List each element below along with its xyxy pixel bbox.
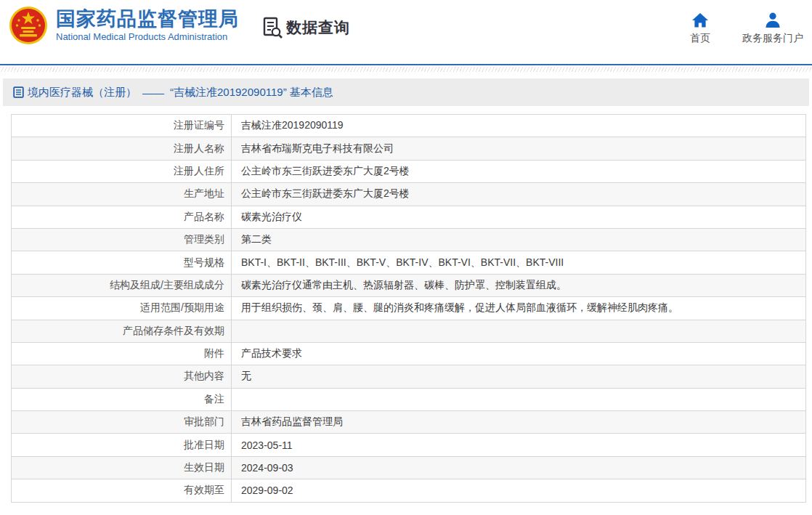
- info-table-body: 注册证编号 吉械注准20192090119 注册人名称 吉林省布瑞斯克电子科技有…: [12, 115, 806, 503]
- row-value: 2023-05-11: [232, 434, 806, 456]
- row-value: 吉械注准20192090119: [232, 115, 806, 137]
- registration-info-table-wrap: 注册证编号 吉械注准20192090119 注册人名称 吉林省布瑞斯克电子科技有…: [11, 114, 806, 503]
- table-row: 注册证编号 吉械注准20192090119: [12, 115, 806, 137]
- header-nav: 首页 政务服务门户: [690, 12, 803, 45]
- table-row: 注册人住所 公主岭市东三街跃进委东广大厦2号楼: [12, 160, 806, 182]
- table-row: 产品储存条件及有效期: [12, 320, 806, 342]
- row-label: 有效期至: [12, 479, 232, 502]
- row-label: 管理类别: [12, 228, 232, 251]
- row-value: [232, 388, 806, 410]
- table-row: 生效日期 2024-09-03: [12, 456, 806, 479]
- row-label: 其他内容: [12, 365, 232, 388]
- table-row: 备注: [12, 388, 806, 410]
- table-row: 产品名称 碳素光治疗仪: [12, 206, 806, 228]
- document-search-icon: [261, 16, 283, 39]
- site-subtitle: National Medical Products Administration: [56, 31, 239, 43]
- site-title-block: 国家药品监督管理局 National Medical Products Admi…: [56, 8, 239, 43]
- row-value: 用于组织损伤、颈、肩、腰、腿的消炎和疼痛缓解，促进人体局部血液循环，缓解神经肌肉…: [232, 297, 806, 320]
- table-row: 审批部门 吉林省药品监督管理局: [12, 411, 806, 434]
- header-divider: [0, 64, 812, 65]
- person-icon: [764, 12, 781, 29]
- row-value: 无: [232, 365, 806, 388]
- nav-label-home: 首页: [690, 32, 710, 45]
- national-emblem-icon: [9, 6, 48, 45]
- row-label: 适用范围/预期用途: [12, 297, 232, 320]
- row-label: 生效日期: [12, 456, 232, 479]
- row-value: BKT-I、BKT-II、BKT-III、BKT-V、BKT-IV、BKT-VI…: [232, 251, 806, 274]
- home-icon: [691, 12, 709, 29]
- breadcrumb-category: 境内医疗器械（注册）: [28, 86, 137, 100]
- row-value: 产品技术要求: [232, 342, 806, 365]
- row-value: 2029-09-02: [232, 479, 806, 502]
- table-row: 附件 产品技术要求: [12, 342, 806, 365]
- breadcrumb-separator: ——: [142, 86, 164, 99]
- row-label: 注册人住所: [12, 160, 232, 182]
- row-label: 注册人名称: [12, 137, 232, 160]
- row-label: 批准日期: [12, 434, 232, 456]
- data-query-label: 数据查询: [286, 17, 350, 38]
- document-list-icon: [13, 86, 24, 98]
- row-label: 生产地址: [12, 183, 232, 206]
- nmpa-logo-link[interactable]: 国家药品监督管理局 National Medical Products Admi…: [9, 6, 239, 45]
- row-value: [232, 320, 806, 342]
- nav-label-portal: 政务服务门户: [742, 32, 803, 45]
- row-label: 产品储存条件及有效期: [12, 320, 232, 342]
- breadcrumb: 境内医疗器械（注册） —— “吉械注准20192090119” 基本信息: [3, 78, 809, 106]
- row-value: 碳素光治疗仪通常由主机、热源辐射器、碳棒、防护罩、控制装置组成。: [232, 274, 806, 296]
- table-row: 生产地址 公主岭市东三街跃进委东广大厦2号楼: [12, 183, 806, 206]
- row-value: 吉林省布瑞斯克电子科技有限公司: [232, 137, 806, 160]
- page-title: “吉械注准20192090119” 基本信息: [170, 86, 333, 100]
- table-row: 结构及组成/主要组成成分 碳素光治疗仪通常由主机、热源辐射器、碳棒、防护罩、控制…: [12, 274, 806, 296]
- table-row: 型号规格 BKT-I、BKT-II、BKT-III、BKT-V、BKT-IV、B…: [12, 251, 806, 274]
- registration-info-table: 注册证编号 吉械注准20192090119 注册人名称 吉林省布瑞斯克电子科技有…: [11, 114, 806, 503]
- row-label: 结构及组成/主要组成成分: [12, 274, 232, 296]
- row-value: 第二类: [232, 228, 806, 251]
- site-title: 国家药品监督管理局: [56, 8, 239, 30]
- row-label: 产品名称: [12, 206, 232, 228]
- table-row: 管理类别 第二类: [12, 228, 806, 251]
- row-value: 公主岭市东三街跃进委东广大厦2号楼: [232, 160, 806, 182]
- table-row: 其他内容 无: [12, 365, 806, 388]
- row-value: 吉林省药品监督管理局: [232, 411, 806, 434]
- site-header: 国家药品监督管理局 National Medical Products Admi…: [0, 0, 812, 64]
- nav-item-portal[interactable]: 政务服务门户: [742, 12, 803, 45]
- nav-item-home[interactable]: 首页: [690, 12, 710, 45]
- table-row: 有效期至 2029-09-02: [12, 479, 806, 502]
- row-label: 备注: [12, 388, 232, 410]
- hatch-strip: [0, 67, 812, 72]
- row-value: 公主岭市东三街跃进委东广大厦2号楼: [232, 183, 806, 206]
- table-row: 注册人名称 吉林省布瑞斯克电子科技有限公司: [12, 137, 806, 160]
- table-row: 适用范围/预期用途 用于组织损伤、颈、肩、腰、腿的消炎和疼痛缓解，促进人体局部血…: [12, 297, 806, 320]
- table-row: 批准日期 2023-05-11: [12, 434, 806, 456]
- row-label: 审批部门: [12, 411, 232, 434]
- row-label: 注册证编号: [12, 115, 232, 137]
- data-query-link[interactable]: 数据查询: [261, 16, 350, 39]
- row-label: 附件: [12, 342, 232, 365]
- row-label: 型号规格: [12, 251, 232, 274]
- row-value: 碳素光治疗仪: [232, 206, 806, 228]
- row-value: 2024-09-03: [232, 456, 806, 479]
